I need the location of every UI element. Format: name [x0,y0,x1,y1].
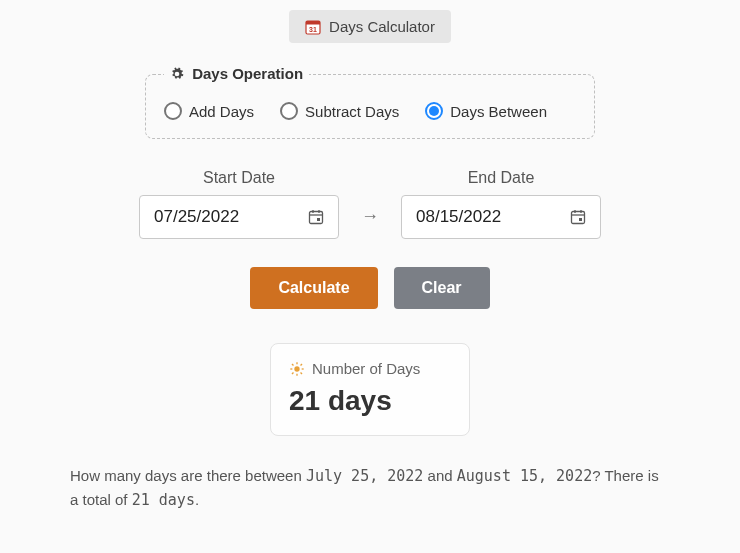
radio-add-days[interactable]: Add Days [164,102,254,120]
explain-date1: July 25, 2022 [306,467,423,485]
explain-mid: and [423,467,456,484]
sun-icon [289,361,305,377]
operation-legend: Days Operation [164,65,309,84]
svg-rect-7 [317,218,320,221]
result-title-text: Number of Days [312,360,420,377]
svg-point-13 [294,366,299,371]
result-value: 21 days [289,385,451,417]
result-card: Number of Days 21 days [270,343,470,436]
calendar-picker-icon[interactable] [308,209,324,225]
radio-label: Subtract Days [305,103,399,120]
svg-text:31: 31 [309,26,317,33]
svg-rect-8 [572,212,585,224]
svg-rect-12 [579,218,582,221]
explain-end: . [195,491,199,508]
calendar-icon: 31 [305,19,321,35]
explanation-text: How many days are there between July 25,… [70,464,670,513]
explain-count: 21 days [132,491,195,509]
svg-rect-1 [306,21,320,25]
svg-rect-3 [310,212,323,224]
arrow-right-icon: → [361,206,379,239]
start-date-value: 07/25/2022 [154,207,239,227]
operation-legend-text: Days Operation [192,65,303,82]
svg-line-18 [292,364,293,365]
tab-label: Days Calculator [329,18,435,35]
end-date-value: 08/15/2022 [416,207,501,227]
end-date-field: End Date 08/15/2022 [401,169,601,239]
start-date-field: Start Date 07/25/2022 [139,169,339,239]
radio-icon [164,102,182,120]
start-date-input[interactable]: 07/25/2022 [139,195,339,239]
svg-line-19 [301,372,302,373]
explain-prefix: How many days are there between [70,467,306,484]
explain-date2: August 15, 2022 [457,467,592,485]
radio-subtract-days[interactable]: Subtract Days [280,102,399,120]
radio-icon [425,102,443,120]
radio-icon [280,102,298,120]
days-operation-group: Days Operation Add Days Subtract Days Da… [145,65,595,139]
start-date-label: Start Date [203,169,275,187]
calculate-button[interactable]: Calculate [250,267,377,309]
tab-days-calculator[interactable]: 31 Days Calculator [289,10,451,43]
calendar-picker-icon[interactable] [570,209,586,225]
svg-line-20 [292,372,293,373]
svg-line-21 [301,364,302,365]
radio-days-between[interactable]: Days Between [425,102,547,120]
gear-icon [170,67,188,84]
clear-button[interactable]: Clear [394,267,490,309]
end-date-label: End Date [468,169,535,187]
radio-label: Add Days [189,103,254,120]
end-date-input[interactable]: 08/15/2022 [401,195,601,239]
radio-label: Days Between [450,103,547,120]
